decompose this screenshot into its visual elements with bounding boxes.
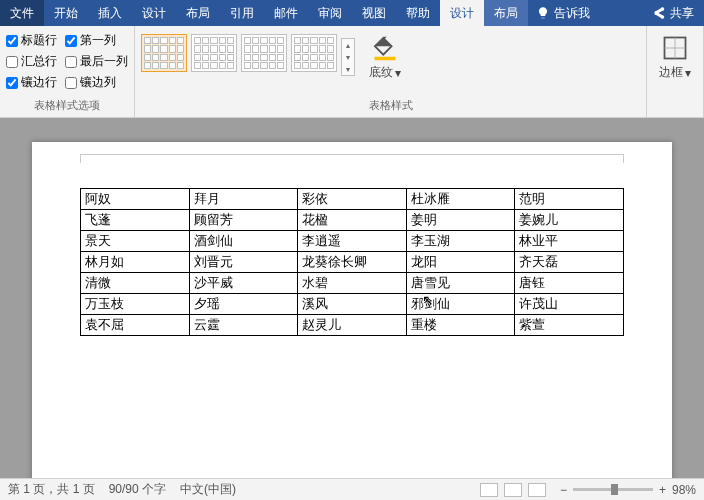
menu-bar: 文件 开始 插入 设计 布局 引用 邮件 审阅 视图 帮助 设计 布局 告诉我 …: [0, 0, 704, 26]
table-row: 飞蓬顾留芳花楹姜明姜婉儿: [81, 210, 624, 231]
table-style-4[interactable]: [291, 34, 337, 72]
zoom-control: − + 98%: [560, 483, 696, 497]
chk-banded-col[interactable]: 镶边列: [65, 74, 128, 91]
group-table-styles: ▴▾▾ 底纹▾ 表格样式: [135, 26, 647, 117]
view-web-layout[interactable]: [528, 483, 546, 497]
tab-review[interactable]: 审阅: [308, 0, 352, 26]
chk-header-row[interactable]: 标题行: [6, 32, 57, 49]
view-buttons: [480, 483, 546, 497]
table-row: 万玉枝夕瑶溪风邪剑仙许茂山: [81, 294, 624, 315]
svg-rect-0: [375, 57, 396, 61]
table-style-3[interactable]: [241, 34, 287, 72]
zoom-value[interactable]: 98%: [672, 483, 696, 497]
ruler-mark: [80, 154, 624, 155]
tab-insert[interactable]: 插入: [88, 0, 132, 26]
tab-references[interactable]: 引用: [220, 0, 264, 26]
tell-me[interactable]: 告诉我: [528, 0, 598, 26]
share-icon: [652, 6, 666, 20]
chevron-down-icon: ▾: [685, 66, 691, 80]
table-style-2[interactable]: [191, 34, 237, 72]
zoom-slider[interactable]: [573, 488, 653, 491]
shading-button[interactable]: 底纹▾: [363, 30, 407, 85]
table-row: 林月如刘晋元龙葵徐长卿龙阳齐天磊: [81, 252, 624, 273]
ribbon: 标题行 汇总行 镶边行 第一列 最后一列 镶边列 表格样式选项 ▴▾▾: [0, 26, 704, 118]
paint-bucket-icon: [371, 34, 399, 62]
chk-first-col[interactable]: 第一列: [65, 32, 128, 49]
tab-table-design[interactable]: 设计: [440, 0, 484, 26]
content-table[interactable]: 阿奴拜月彩依杜冰雁范明 飞蓬顾留芳花楹姜明姜婉儿 景天酒剑仙李逍遥李玉湖林业平 …: [80, 188, 624, 336]
tab-file[interactable]: 文件: [0, 0, 44, 26]
chevron-down-icon: ▾: [395, 66, 401, 80]
document-area[interactable]: ↖ 阿奴拜月彩依杜冰雁范明 飞蓬顾留芳花楹姜明姜婉儿 景天酒剑仙李逍遥李玉湖林业…: [0, 118, 704, 478]
chk-banded-row[interactable]: 镶边行: [6, 74, 57, 91]
border-button[interactable]: 边框▾: [653, 30, 697, 85]
group-borders: 边框▾: [647, 26, 704, 117]
tab-layout[interactable]: 布局: [176, 0, 220, 26]
view-read-mode[interactable]: [480, 483, 498, 497]
group-table-style-options: 标题行 汇总行 镶边行 第一列 最后一列 镶边列 表格样式选项: [0, 26, 135, 117]
view-print-layout[interactable]: [504, 483, 522, 497]
tab-design[interactable]: 设计: [132, 0, 176, 26]
chk-total-row[interactable]: 汇总行: [6, 53, 57, 70]
table-row: 景天酒剑仙李逍遥李玉湖林业平: [81, 231, 624, 252]
page[interactable]: ↖ 阿奴拜月彩依杜冰雁范明 飞蓬顾留芳花楹姜明姜婉儿 景天酒剑仙李逍遥李玉湖林业…: [32, 142, 672, 478]
table-row: 阿奴拜月彩依杜冰雁范明: [81, 189, 624, 210]
chk-last-col[interactable]: 最后一列: [65, 53, 128, 70]
table-style-gallery[interactable]: ▴▾▾: [141, 30, 355, 76]
style-gallery-more[interactable]: ▴▾▾: [341, 38, 355, 76]
status-lang[interactable]: 中文(中国): [180, 481, 236, 498]
table-row: 清微沙平威水碧唐雪见唐钰: [81, 273, 624, 294]
tab-help[interactable]: 帮助: [396, 0, 440, 26]
zoom-in[interactable]: +: [659, 483, 666, 497]
status-words[interactable]: 90/90 个字: [109, 481, 166, 498]
table-style-1[interactable]: [141, 34, 187, 72]
share-button[interactable]: 共享: [642, 0, 704, 26]
status-bar: 第 1 页，共 1 页 90/90 个字 中文(中国) − + 98%: [0, 478, 704, 500]
lightbulb-icon: [536, 6, 550, 20]
tab-mailings[interactable]: 邮件: [264, 0, 308, 26]
status-page[interactable]: 第 1 页，共 1 页: [8, 481, 95, 498]
tab-home[interactable]: 开始: [44, 0, 88, 26]
border-icon: [661, 34, 689, 62]
table-row: 袁不屈云霆赵灵儿重楼紫萱: [81, 315, 624, 336]
tab-view[interactable]: 视图: [352, 0, 396, 26]
zoom-out[interactable]: −: [560, 483, 567, 497]
tab-table-layout[interactable]: 布局: [484, 0, 528, 26]
